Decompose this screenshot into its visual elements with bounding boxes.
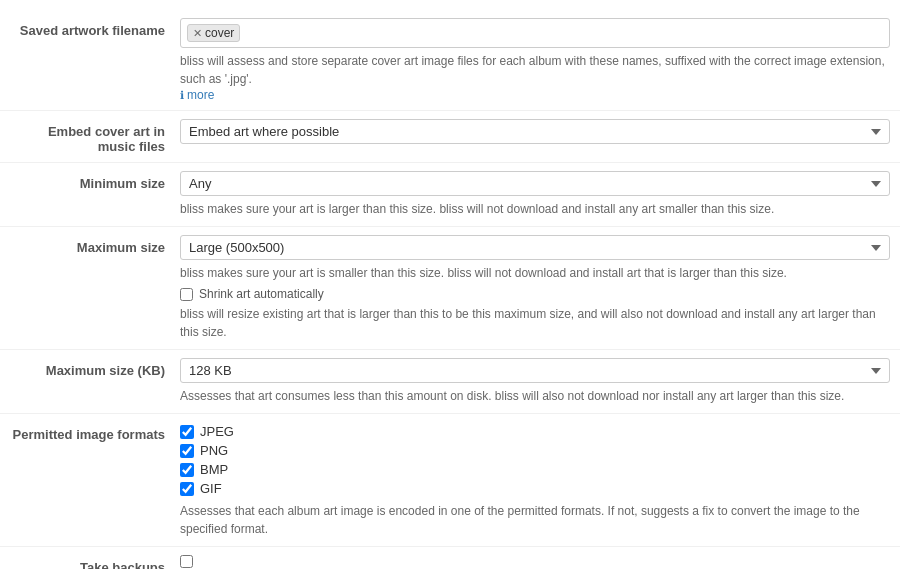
shrink-art-row: Shrink art automatically bbox=[180, 287, 890, 301]
maximum-size-content: Small (100x100) Medium (300x300) Large (… bbox=[180, 235, 890, 341]
maximum-size-kb-select[interactable]: 64 KB 128 KB 256 KB 512 KB 1 MB bbox=[180, 358, 890, 383]
maximum-size-select[interactable]: Small (100x100) Medium (300x300) Large (… bbox=[180, 235, 890, 260]
maximum-size-kb-row: Maximum size (KB) 64 KB 128 KB 256 KB 51… bbox=[0, 350, 900, 414]
jpeg-checkbox[interactable] bbox=[180, 425, 194, 439]
saved-artwork-filename-content: ✕ cover bliss will assess and store sepa… bbox=[180, 18, 890, 102]
minimum-size-content: Any 100x100 200x200 300x300 500x500 blis… bbox=[180, 171, 890, 218]
more-link[interactable]: more bbox=[180, 88, 890, 102]
maximum-size-kb-content: 64 KB 128 KB 256 KB 512 KB 1 MB Assesses… bbox=[180, 358, 890, 405]
maximum-size-label: Maximum size bbox=[10, 235, 180, 255]
gif-label: GIF bbox=[200, 481, 222, 496]
take-backups-checkbox[interactable] bbox=[180, 555, 193, 568]
permitted-formats-row: Permitted image formats JPEG PNG BMP GIF… bbox=[0, 414, 900, 547]
shrink-art-checkbox[interactable] bbox=[180, 288, 193, 301]
saved-artwork-filename-label: Saved artwork filename bbox=[10, 18, 180, 38]
minimum-size-row: Minimum size Any 100x100 200x200 300x300… bbox=[0, 163, 900, 227]
jpeg-item: JPEG bbox=[180, 424, 890, 439]
cover-tag[interactable]: ✕ cover bbox=[187, 24, 240, 42]
bmp-item: BMP bbox=[180, 462, 890, 477]
png-item: PNG bbox=[180, 443, 890, 458]
maximum-size-row: Maximum size Small (100x100) Medium (300… bbox=[0, 227, 900, 350]
gif-item: GIF bbox=[180, 481, 890, 496]
bmp-checkbox[interactable] bbox=[180, 463, 194, 477]
embed-cover-art-select[interactable]: Embed art where possible Don't embed art… bbox=[180, 119, 890, 144]
bmp-label: BMP bbox=[200, 462, 228, 477]
png-label: PNG bbox=[200, 443, 228, 458]
shrink-art-label: Shrink art automatically bbox=[199, 287, 324, 301]
minimum-size-label: Minimum size bbox=[10, 171, 180, 191]
embed-cover-art-label: Embed cover art in music files bbox=[10, 119, 180, 154]
embed-cover-art-row: Embed cover art in music files Embed art… bbox=[0, 111, 900, 163]
permitted-formats-label: Permitted image formats bbox=[10, 422, 180, 442]
formats-checkbox-group: JPEG PNG BMP GIF bbox=[180, 424, 890, 496]
take-backups-row: Take backups Control whether bliss shoul… bbox=[0, 547, 900, 569]
tag-input[interactable]: ✕ cover bbox=[180, 18, 890, 48]
minimum-size-select[interactable]: Any 100x100 200x200 300x300 500x500 bbox=[180, 171, 890, 196]
minimum-size-description: bliss makes sure your art is larger than… bbox=[180, 200, 890, 218]
maximum-size-kb-description: Assesses that art consumes less than thi… bbox=[180, 387, 890, 405]
tag-label: cover bbox=[205, 26, 234, 40]
maximum-size-description: bliss makes sure your art is smaller tha… bbox=[180, 264, 890, 282]
take-backups-label: Take backups bbox=[10, 555, 180, 569]
saved-artwork-filename-row: Saved artwork filename ✕ cover bliss wil… bbox=[0, 10, 900, 111]
gif-checkbox[interactable] bbox=[180, 482, 194, 496]
embed-cover-art-content: Embed art where possible Don't embed art… bbox=[180, 119, 890, 144]
jpeg-label: JPEG bbox=[200, 424, 234, 439]
tag-remove-icon[interactable]: ✕ bbox=[193, 27, 202, 40]
permitted-formats-description: Assesses that each album art image is en… bbox=[180, 502, 890, 538]
maximum-size-kb-label: Maximum size (KB) bbox=[10, 358, 180, 378]
take-backups-content: Control whether bliss should store backu… bbox=[180, 555, 890, 569]
permitted-formats-content: JPEG PNG BMP GIF Assesses that each albu… bbox=[180, 422, 890, 538]
saved-artwork-description: bliss will assess and store separate cov… bbox=[180, 52, 890, 88]
shrink-art-description: bliss will resize existing art that is l… bbox=[180, 305, 890, 341]
png-checkbox[interactable] bbox=[180, 444, 194, 458]
